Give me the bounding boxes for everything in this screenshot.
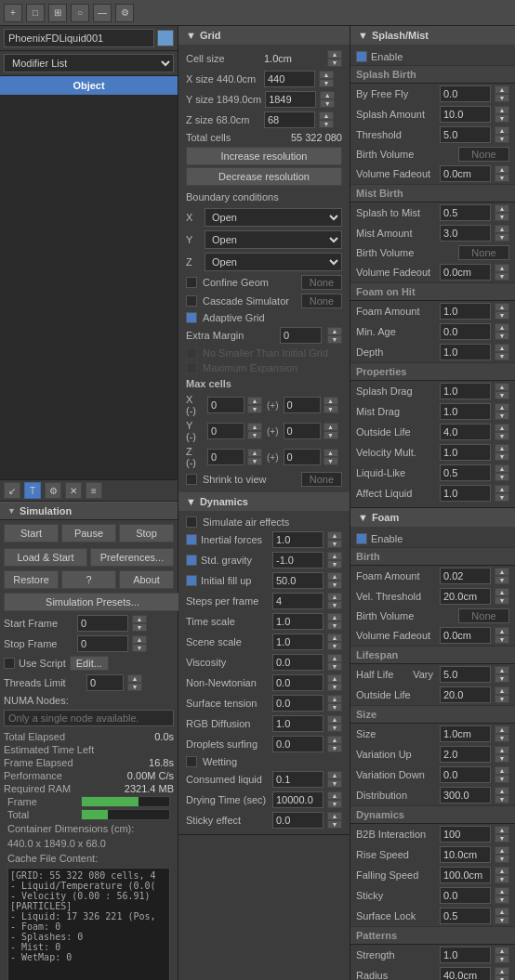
no-smaller-checkbox[interactable]: [186, 347, 197, 359]
falling-speed-spinner[interactable]: ▲ ▼: [495, 867, 509, 883]
about-button[interactable]: About: [119, 570, 174, 589]
strength-spinner[interactable]: ▲ ▼: [495, 947, 509, 963]
time-scale-input[interactable]: [272, 613, 324, 630]
foam-amount-f-spinner[interactable]: ▲ ▼: [495, 568, 509, 584]
distribution-input[interactable]: [440, 787, 491, 804]
min-age-spinner[interactable]: ▲ ▼: [495, 323, 509, 340]
non-newtonian-spinner[interactable]: ▲ ▼: [327, 674, 342, 691]
viscosity-spinner[interactable]: ▲ ▼: [327, 654, 342, 671]
y-size-down[interactable]: ▼: [320, 99, 335, 108]
mist-amount-input[interactable]: [440, 225, 491, 242]
splash-drag-input[interactable]: [440, 383, 491, 399]
xyz-y-plus-input[interactable]: [284, 423, 321, 439]
mist-volume-fadeout-spinner[interactable]: ▲ ▼: [495, 264, 509, 281]
outside-life-sm-spinner[interactable]: ▲ ▼: [495, 424, 509, 440]
std-gravity-checkbox[interactable]: [186, 555, 197, 566]
min-age-input[interactable]: [440, 323, 491, 340]
restore-button[interactable]: Restore: [4, 570, 59, 589]
stack-text-icon[interactable]: T: [24, 482, 41, 499]
stack-delete-icon[interactable]: ✕: [65, 482, 82, 499]
non-newtonian-input[interactable]: [272, 674, 324, 691]
splash-drag-spinner[interactable]: ▲ ▼: [495, 383, 509, 399]
scene-scale-spinner[interactable]: ▲ ▼: [327, 634, 342, 650]
surface-tension-input[interactable]: [272, 695, 324, 712]
start-frame-up[interactable]: ▲: [132, 615, 147, 623]
by-free-fly-spinner[interactable]: ▲ ▼: [495, 85, 509, 102]
dynamics-header[interactable]: ▼ Dynamics: [178, 492, 350, 511]
threads-down[interactable]: ▼: [127, 683, 142, 691]
presets-button[interactable]: Simulation Presets...: [4, 593, 181, 611]
toolbar-plus-icon[interactable]: +: [4, 4, 22, 22]
splash-to-mist-input[interactable]: [440, 204, 491, 221]
initial-fill-spinner[interactable]: ▲ ▼: [327, 572, 342, 589]
y-size-input[interactable]: [265, 91, 316, 108]
variation-down-spinner[interactable]: ▲ ▼: [495, 766, 509, 783]
viscosity-input[interactable]: [272, 654, 324, 671]
use-script-checkbox[interactable]: [4, 658, 15, 669]
inertial-forces-input[interactable]: [272, 531, 324, 548]
object-tab[interactable]: Object: [0, 76, 178, 95]
scene-scale-input[interactable]: [272, 634, 324, 650]
x-size-up[interactable]: ▲: [319, 71, 334, 79]
xyz-x-plus-spinner[interactable]: ▲ ▼: [324, 397, 338, 413]
sticky-effect-spinner[interactable]: ▲ ▼: [327, 812, 342, 829]
stop-frame-spinner[interactable]: ▲ ▼: [132, 635, 147, 652]
distribution-spinner[interactable]: ▲ ▼: [495, 787, 509, 804]
xyz-z-plus-input[interactable]: [284, 449, 321, 465]
x-size-down[interactable]: ▼: [319, 79, 334, 87]
wetting-checkbox[interactable]: [186, 756, 197, 767]
y-size-up[interactable]: ▲: [320, 91, 335, 99]
toolbar-circle-icon[interactable]: ○: [71, 4, 89, 22]
z-size-up[interactable]: ▲: [319, 111, 334, 120]
extra-margin-input[interactable]: [280, 327, 322, 344]
std-gravity-spinner[interactable]: ▲ ▼: [327, 552, 342, 568]
threshold-spinner[interactable]: ▲ ▼: [495, 126, 509, 143]
steps-spinner[interactable]: ▲ ▼: [327, 593, 342, 609]
drying-time-input[interactable]: [272, 791, 324, 808]
threads-up[interactable]: ▲: [127, 674, 142, 683]
outside-life-sm-input[interactable]: [440, 424, 491, 440]
stop-frame-input[interactable]: [77, 635, 128, 652]
cell-size-spinner[interactable]: ▲ ▼: [327, 50, 342, 67]
mist-volume-fadeout-input[interactable]: [440, 264, 491, 281]
splash-mist-header[interactable]: ▼ Splash/Mist: [350, 26, 515, 45]
extra-margin-spinner[interactable]: ▲ ▼: [327, 327, 342, 344]
xyz-y-plus-spinner[interactable]: ▲ ▼: [324, 423, 338, 439]
start-frame-spinner[interactable]: ▲ ▼: [132, 615, 147, 632]
splash-amount-spinner[interactable]: ▲ ▼: [495, 106, 509, 123]
foam-amount-sm-input[interactable]: [440, 303, 491, 320]
splash-to-mist-spinner[interactable]: ▲ ▼: [495, 204, 509, 221]
splash-enable-checkbox[interactable]: [356, 51, 367, 62]
boundary-z-select[interactable]: Open: [205, 253, 342, 271]
foam-enable-checkbox[interactable]: [356, 533, 367, 544]
half-life-spinner[interactable]: ▲ ▼: [495, 666, 509, 683]
volume-fadeout-spinner[interactable]: ▲ ▼: [495, 165, 509, 182]
liquid-like-input[interactable]: [440, 464, 491, 481]
xyz-y-spinner[interactable]: ▲ ▼: [247, 423, 262, 439]
droplets-surfing-input[interactable]: [272, 736, 324, 752]
max-expansion-checkbox[interactable]: [186, 362, 197, 373]
consumed-liquid-input[interactable]: [272, 771, 324, 788]
droplets-surfing-spinner[interactable]: ▲ ▼: [327, 736, 342, 752]
start-frame-down[interactable]: ▼: [132, 623, 147, 632]
steps-input[interactable]: [272, 593, 324, 609]
foam-volume-fadeout-spinner[interactable]: ▲ ▼: [495, 627, 509, 644]
foam-outside-life-spinner[interactable]: ▲ ▼: [495, 686, 509, 703]
foam-amount-f-input[interactable]: [440, 568, 491, 584]
z-size-input[interactable]: [264, 111, 315, 128]
cell-size-up[interactable]: ▲: [327, 50, 342, 59]
b2b-input[interactable]: [440, 826, 491, 843]
xyz-z-plus-spinner[interactable]: ▲ ▼: [324, 449, 338, 465]
threshold-input[interactable]: [440, 126, 491, 143]
threads-spinner[interactable]: ▲ ▼: [127, 674, 142, 691]
z-size-down[interactable]: ▼: [319, 120, 334, 128]
confine-geom-checkbox[interactable]: [186, 277, 197, 288]
foam-header[interactable]: ▼ Foam: [350, 508, 515, 527]
rgb-diffusion-spinner[interactable]: ▲ ▼: [327, 715, 342, 732]
decrease-resolution-button[interactable]: Decrease resolution: [186, 167, 342, 186]
initial-fill-checkbox[interactable]: [186, 575, 197, 586]
initial-fill-input[interactable]: [272, 572, 324, 589]
variation-up-input[interactable]: [440, 746, 491, 763]
shrink-checkbox[interactable]: [186, 474, 197, 485]
rise-speed-input[interactable]: [440, 846, 491, 863]
